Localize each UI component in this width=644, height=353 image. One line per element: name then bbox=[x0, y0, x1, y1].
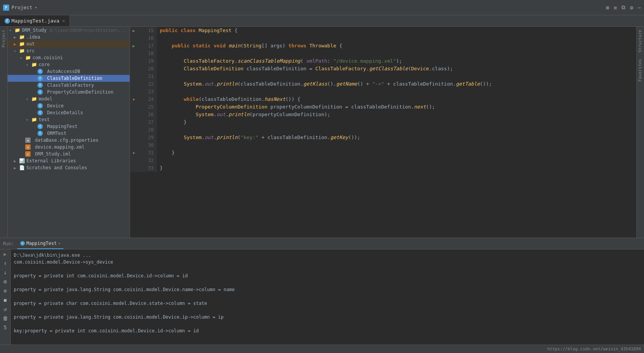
sc-icon: 📄 bbox=[19, 165, 25, 170]
tree-src[interactable]: ▾ 📁 src bbox=[8, 47, 130, 54]
tree-idea[interactable]: ▶ 📁 .idea bbox=[8, 34, 130, 40]
tree-devicedetails[interactable]: C DeviceDetails bbox=[8, 109, 130, 116]
console-output: D:\Java\jdk\bin\java.exe ... com.coisini… bbox=[11, 249, 644, 345]
tree-dbprops[interactable]: ▤ dataBase.cfg.properties bbox=[8, 137, 130, 144]
tree-root[interactable]: ▾ 📁 ORM_Study D:\java\IDEAProjectStation… bbox=[8, 27, 130, 34]
run-tab-mappingtest[interactable]: C MappingTest ✕ bbox=[17, 238, 64, 249]
gutter-28 bbox=[130, 126, 138, 134]
line-numbers: 15 16 17 18 19 20 21 22 23 24 25 26 27 2… bbox=[138, 27, 157, 172]
arrow-up-icon[interactable]: ↑ bbox=[3, 260, 6, 266]
list-icon[interactable]: ≡ bbox=[614, 5, 617, 11]
gutter-23 bbox=[130, 88, 138, 96]
ormtest-icon: C bbox=[37, 131, 43, 136]
tree-classtablefactory[interactable]: C ClassTableFactory bbox=[8, 82, 130, 89]
code-line-19: ClassTableFactory.scanClassTableMapping(… bbox=[160, 57, 633, 65]
tree-test[interactable]: ▾ 📁 test bbox=[8, 116, 130, 123]
run-arrow-17[interactable]: ▶ bbox=[133, 44, 135, 49]
tree-propcoldef[interactable]: C PropertyColumnDefinition bbox=[8, 89, 130, 96]
test-folder-icon: 📁 bbox=[31, 117, 37, 122]
gutter-31[interactable]: ◆ bbox=[130, 149, 138, 157]
code-line-33: } bbox=[160, 164, 633, 172]
console-area: ▶ ↑ ↓ ⚙ ≡ ◼ ↺ 🗑 5 D:\Java\jdk\bin\java.e… bbox=[0, 249, 644, 345]
console-line-blank-2 bbox=[14, 279, 641, 286]
rerun-icon[interactable]: ↺ bbox=[3, 306, 6, 312]
console-line-3: property = private int com.coisini.model… bbox=[14, 272, 641, 279]
minus-icon[interactable]: − bbox=[638, 5, 641, 11]
dbprops-label: dataBase.cfg.properties bbox=[32, 138, 98, 143]
console-toolbar: ▶ ↑ ↓ ⚙ ≡ ◼ ↺ 🗑 5 bbox=[0, 249, 11, 345]
tab-mappingtest[interactable]: C MappingTest.java ✕ bbox=[0, 15, 70, 26]
tree-ormtest[interactable]: C ORMTest bbox=[8, 130, 130, 137]
code-line-31: } bbox=[160, 149, 633, 157]
tree-mappingtest[interactable]: C MappingTest bbox=[8, 123, 130, 130]
ext-icon: 📊 bbox=[19, 158, 25, 164]
gutter-32 bbox=[130, 157, 138, 164]
editor-area[interactable]: ▶ ▶ ◆ ◆ 15 bbox=[130, 27, 636, 238]
tree-external-libs[interactable]: ▶ 📊 External Libraries bbox=[8, 157, 130, 164]
gutter-17[interactable]: ▶ bbox=[130, 42, 138, 50]
lines-icon[interactable]: ≡ bbox=[3, 288, 6, 294]
core-arrow: ▾ bbox=[26, 63, 30, 67]
run-arrow-15[interactable]: ▶ bbox=[133, 28, 135, 33]
tree-devicexml[interactable]: X device.mapping.xml bbox=[8, 144, 130, 151]
run-tab-close[interactable]: ✕ bbox=[58, 241, 60, 245]
out-label: out bbox=[26, 41, 35, 47]
tree-scratches[interactable]: ▶ 📄 Scratches and Consoles bbox=[8, 164, 130, 171]
com-arrow: ▾ bbox=[20, 56, 24, 60]
core-folder-icon: 📁 bbox=[31, 62, 37, 67]
breakpoint-31[interactable]: ◆ bbox=[133, 151, 135, 155]
gutter-30 bbox=[130, 141, 138, 149]
tree-core[interactable]: ▾ 📁 core bbox=[8, 61, 130, 68]
root-arrow: ▾ bbox=[9, 28, 13, 32]
code-line-30 bbox=[160, 141, 633, 149]
tree-orms-iml[interactable]: I ORM_Study.iml bbox=[8, 151, 130, 157]
status-bar: https://blog.csdn.net/weixin_43541094 bbox=[0, 345, 644, 353]
tree-device[interactable]: C Device bbox=[8, 102, 130, 109]
linenum-24: 24 bbox=[138, 96, 157, 103]
play-icon[interactable]: ▶ bbox=[3, 251, 6, 257]
split-icon[interactable]: ⧉ bbox=[621, 4, 625, 11]
favorites-label[interactable]: Favorites bbox=[637, 56, 643, 85]
linenum-31: 31 bbox=[138, 149, 157, 157]
mappingtest-icon: C bbox=[37, 124, 43, 129]
classtablefactory-icon: C bbox=[37, 83, 43, 88]
settings-icon[interactable]: ⚙ bbox=[630, 5, 633, 11]
settings2-icon[interactable]: ⚙ bbox=[3, 279, 6, 285]
device-label: Device bbox=[44, 103, 64, 108]
console-line-7: key:property = private int com.coisini.m… bbox=[14, 327, 641, 334]
run-tab-bar: Run: C MappingTest ✕ bbox=[0, 238, 644, 249]
devicedetails-icon: C bbox=[37, 110, 43, 115]
stop-icon[interactable]: ◼ bbox=[3, 297, 6, 303]
num5-icon[interactable]: 5 bbox=[3, 324, 6, 330]
project-label[interactable]: Project bbox=[0, 27, 7, 50]
gutter-15[interactable]: ▶ bbox=[130, 27, 138, 34]
tree-model[interactable]: ▾ 📁 model bbox=[8, 96, 130, 102]
code-line-23 bbox=[160, 88, 633, 96]
tree-out[interactable]: ▶ 📁 out bbox=[8, 40, 130, 47]
tab-bar: C MappingTest.java ✕ bbox=[0, 15, 644, 27]
devicexml-label: device.mapping.xml bbox=[32, 144, 84, 150]
trash-icon[interactable]: 🗑 bbox=[3, 315, 8, 321]
tab-close-button[interactable]: ✕ bbox=[62, 18, 65, 23]
tree-classtabledef[interactable]: C ClassTableDefinition bbox=[8, 75, 130, 82]
gutter-29 bbox=[130, 134, 138, 141]
pcd-arrow bbox=[32, 90, 36, 94]
arrow-down-icon[interactable]: ↓ bbox=[3, 269, 6, 275]
project-selector[interactable]: P Project ▾ bbox=[3, 5, 125, 11]
project-dropdown[interactable]: ▾ bbox=[35, 5, 37, 10]
tree-autoaccessdb[interactable]: C AutoAccessDB bbox=[8, 68, 130, 75]
grid-icon[interactable]: ⊞ bbox=[606, 5, 609, 11]
code-line-26: System.out.println(propertyColumnDefinit… bbox=[160, 111, 633, 118]
code-line-29: System.out.println("key:" + classTableDe… bbox=[160, 134, 633, 141]
gutter-24[interactable]: ◆ bbox=[130, 96, 138, 103]
console-line-blank-6 bbox=[14, 334, 641, 341]
code-line-18 bbox=[160, 50, 633, 57]
top-bar-actions: ⊞ ≡ ⧉ ⚙ − bbox=[606, 4, 641, 11]
linenum-26: 26 bbox=[138, 111, 157, 118]
tree-com-coisini[interactable]: ▾ 📁 com.coisini bbox=[8, 54, 130, 61]
structure-label[interactable]: Structure bbox=[637, 27, 643, 56]
breakpoint-24[interactable]: ◆ bbox=[133, 97, 135, 101]
model-folder-icon: 📁 bbox=[31, 96, 37, 102]
linenum-16: 16 bbox=[138, 34, 157, 42]
devicedetails-label: DeviceDetails bbox=[44, 110, 83, 115]
